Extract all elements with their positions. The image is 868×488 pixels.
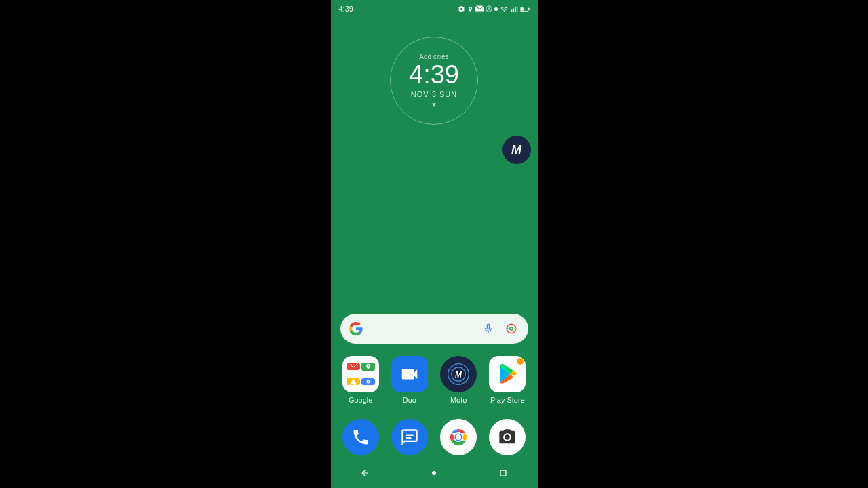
svg-rect-7 [528, 8, 530, 10]
svg-rect-4 [514, 7, 515, 12]
clock-widget[interactable]: Add cities 4:39 NOV 3 SUN ▼ [331, 37, 538, 125]
voice-search-icon[interactable] [479, 320, 497, 338]
svg-rect-12 [514, 328, 516, 329]
settings-icon [458, 5, 465, 13]
phone-screen: 4:39 M [331, 0, 538, 488]
svg-rect-3 [513, 8, 514, 12]
app-grid-row1: Google Duo M Moto [331, 350, 538, 409]
dock-phone[interactable] [336, 419, 385, 455]
svg-text:M: M [488, 7, 490, 11]
moto-app-label: Moto [450, 396, 467, 404]
signal-icon [511, 5, 518, 13]
recents-button[interactable] [493, 463, 513, 483]
google-app-label: Google [349, 396, 372, 404]
svg-rect-8 [520, 7, 523, 11]
svg-rect-19 [406, 435, 414, 436]
home-button[interactable] [424, 463, 444, 483]
add-cities-label: Add cities [419, 53, 448, 60]
back-button[interactable] [355, 463, 375, 483]
motorola-status-icon: M [486, 5, 492, 12]
svg-point-24 [456, 434, 461, 440]
moto-fab[interactable]: M [502, 136, 531, 164]
status-icons: M [458, 5, 530, 13]
search-bar[interactable] [340, 314, 528, 344]
app-moto[interactable]: M Moto [434, 350, 483, 409]
battery-icon [520, 5, 530, 13]
status-bar: 4:39 M [331, 0, 538, 16]
dock-messages[interactable] [385, 419, 434, 455]
messages-icon [391, 419, 428, 455]
camera-icon [489, 419, 526, 455]
app-google[interactable]: Google [336, 350, 385, 409]
nav-bar [331, 461, 538, 488]
app-playstore[interactable]: Play Store [483, 350, 532, 409]
duo-app-label: Duo [403, 396, 416, 404]
status-time: 4:39 [339, 5, 353, 13]
gmail-icon [475, 5, 484, 12]
moto-app-icon: M [440, 356, 477, 392]
svg-rect-5 [516, 5, 517, 12]
moto-fab-icon: M [511, 143, 521, 157]
playstore-logo [495, 362, 519, 386]
clock-chevron: ▼ [431, 101, 437, 108]
dock-chrome[interactable] [434, 419, 483, 455]
svg-marker-13 [349, 379, 357, 385]
phone-icon [342, 419, 379, 455]
svg-rect-2 [511, 9, 512, 12]
playstore-app-icon [489, 356, 526, 392]
google-app-icon [342, 356, 379, 392]
dock-camera[interactable] [483, 419, 532, 455]
clock-date: NOV 3 SUN [411, 90, 457, 98]
location-icon [467, 5, 473, 13]
svg-rect-11 [506, 328, 508, 329]
svg-point-10 [509, 327, 513, 331]
lens-search-icon[interactable] [502, 320, 520, 338]
duo-app-icon [391, 356, 428, 392]
dock [331, 419, 538, 455]
svg-point-15 [367, 381, 369, 383]
svg-rect-26 [500, 470, 506, 476]
app-duo[interactable]: Duo [385, 350, 434, 409]
playstore-badge [517, 358, 524, 365]
svg-text:M: M [455, 370, 462, 380]
playstore-app-label: Play Store [490, 396, 525, 404]
svg-point-25 [432, 471, 436, 475]
google-g-icon [349, 321, 363, 336]
clock-circle: Add cities 4:39 NOV 3 SUN ▼ [390, 37, 478, 125]
notification-dot [494, 7, 498, 11]
chrome-icon [440, 419, 477, 455]
svg-rect-20 [406, 437, 411, 439]
wifi-icon [500, 5, 509, 13]
clock-time: 4:39 [409, 62, 459, 87]
